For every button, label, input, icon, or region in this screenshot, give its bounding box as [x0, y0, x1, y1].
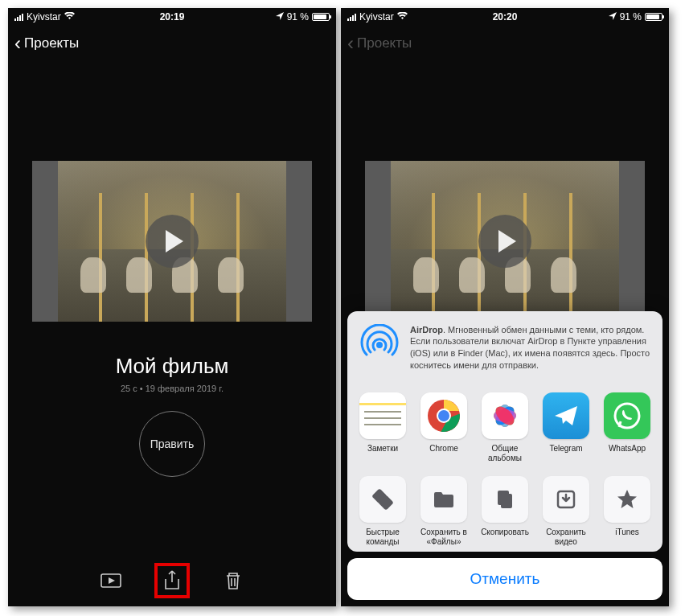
- action-save-video[interactable]: Сохранить видео: [539, 476, 593, 547]
- battery-icon: [645, 13, 662, 21]
- airdrop-text: AirDrop. Мгновенный обмен данными с теми…: [410, 324, 651, 372]
- phone-right: Kyivstar 20:20 91 % ‹ Проекты: [341, 8, 669, 606]
- project-meta: 25 с • 19 февраля 2019 г.: [8, 384, 336, 393]
- video-preview-dimmed: [365, 161, 645, 322]
- app-label: Chrome: [416, 444, 471, 463]
- photos-icon: [482, 392, 528, 439]
- clock: 20:19: [160, 11, 185, 23]
- signal-icon: [14, 13, 23, 21]
- carrier-label: Kyivstar: [27, 11, 61, 23]
- play-rect-icon: [100, 569, 122, 592]
- back-label: Проекты: [357, 35, 412, 51]
- video-preview[interactable]: [32, 161, 312, 322]
- back-label: Проекты: [24, 35, 79, 51]
- back-button-dimmed: ‹ Проекты: [341, 26, 669, 61]
- clock: 20:20: [493, 11, 518, 23]
- status-bar-right: Kyivstar 20:20 91 %: [341, 8, 669, 26]
- play-icon: [146, 215, 199, 268]
- star-icon: [604, 476, 650, 523]
- bottom-toolbar: [8, 563, 336, 598]
- svg-point-4: [438, 410, 449, 421]
- cancel-label: Отменить: [470, 570, 540, 588]
- status-bar-left: Kyivstar 20:19 91 %: [8, 8, 336, 26]
- trash-icon: [222, 569, 244, 592]
- action-label: iTunes: [600, 528, 654, 547]
- battery-pct: 91 %: [620, 11, 642, 23]
- edit-button[interactable]: Править: [139, 411, 205, 477]
- cancel-button[interactable]: Отменить: [347, 558, 662, 600]
- edit-label: Править: [150, 437, 195, 450]
- signal-icon: [347, 13, 356, 21]
- project-title: Мой фильм: [8, 354, 336, 379]
- chevron-left-icon: ‹: [14, 32, 21, 55]
- battery-icon: [312, 13, 330, 21]
- carrier-label: Kyivstar: [359, 11, 394, 23]
- shortcuts-icon: [359, 476, 406, 523]
- phone-left: Kyivstar 20:19 91 % ‹ Проекты Мой фильм …: [8, 8, 336, 606]
- share-icon: [161, 569, 183, 592]
- whatsapp-icon: [604, 392, 650, 439]
- action-label: Быстрые команды: [355, 528, 410, 547]
- share-sheet: AirDrop. Мгновенный обмен данными с теми…: [341, 305, 669, 606]
- back-button[interactable]: ‹ Проекты: [8, 26, 336, 61]
- airdrop-row[interactable]: AirDrop. Мгновенный обмен данными с теми…: [347, 311, 662, 384]
- share-card: AirDrop. Мгновенный обмен данными с теми…: [347, 311, 662, 552]
- action-itunes[interactable]: iTunes: [600, 476, 654, 547]
- share-app-whatsapp[interactable]: WhatsApp: [600, 392, 654, 463]
- notes-icon: [359, 392, 406, 439]
- app-label: Общие альбомы: [478, 444, 532, 463]
- action-save-files[interactable]: Сохранить в «Файлы»: [416, 476, 471, 547]
- location-icon: [609, 12, 617, 22]
- action-label: Скопировать: [478, 528, 532, 547]
- wifi-icon: [64, 12, 75, 22]
- copy-icon: [482, 476, 528, 523]
- share-app-chrome[interactable]: Chrome: [416, 392, 471, 463]
- action-shortcuts[interactable]: Быстрые команды: [355, 476, 410, 547]
- svg-rect-17: [501, 494, 512, 508]
- share-app-telegram[interactable]: Telegram: [539, 392, 593, 463]
- folder-icon: [420, 476, 467, 523]
- app-label: Telegram: [539, 444, 593, 463]
- play-icon: [478, 215, 531, 268]
- share-app-notes[interactable]: Заметки: [355, 392, 410, 463]
- play-button[interactable]: [93, 563, 129, 598]
- app-label: Заметки: [355, 444, 410, 463]
- chevron-left-icon: ‹: [347, 32, 354, 55]
- wifi-icon: [397, 12, 408, 22]
- action-copy[interactable]: Скопировать: [478, 476, 532, 547]
- share-action-row: Быстрые команды Сохранить в «Файлы» Скоп…: [347, 468, 662, 552]
- location-icon: [276, 12, 284, 22]
- share-app-shared-albums[interactable]: Общие альбомы: [478, 392, 532, 463]
- share-button[interactable]: [154, 563, 190, 598]
- delete-button[interactable]: [215, 563, 251, 598]
- action-label: Сохранить видео: [539, 528, 593, 547]
- download-icon: [543, 476, 589, 523]
- svg-point-1: [376, 342, 383, 348]
- share-app-row: Заметки Chrome: [347, 384, 662, 468]
- airdrop-icon: [359, 324, 400, 366]
- battery-pct: 91 %: [287, 11, 309, 23]
- app-label: WhatsApp: [600, 444, 654, 463]
- telegram-icon: [543, 392, 589, 439]
- action-label: Сохранить в «Файлы»: [416, 528, 471, 547]
- chrome-icon: [420, 392, 467, 439]
